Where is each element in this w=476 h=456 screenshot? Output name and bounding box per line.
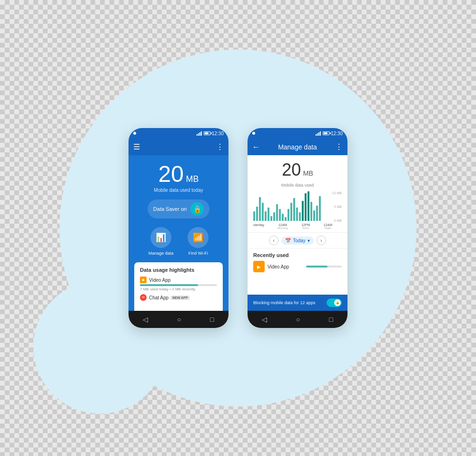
- phone2-body: 20 MB Mobile data used: [248, 155, 347, 311]
- back-icon[interactable]: ←: [252, 143, 260, 151]
- calendar-icon: 📅: [285, 238, 291, 243]
- status-bar-2: 12:30: [248, 128, 347, 139]
- status-time-1: 12:30: [212, 131, 224, 136]
- card-title: Data usage highlights: [140, 267, 217, 273]
- data-saver-button[interactable]: Data Saver on 🔒: [148, 199, 209, 218]
- data-number: 20: [159, 161, 184, 187]
- phone-2: 12:30 ← Manage data ⋮ 20 MB Mobile data …: [248, 128, 347, 328]
- chart-data-number: 20: [282, 160, 301, 179]
- data-usage-display: 20 MB: [159, 163, 199, 186]
- chat-app-item: ✉ Chat App NEW APP: [140, 294, 217, 301]
- new-badge: NEW APP: [171, 296, 189, 300]
- app-header-2: ← Manage data ⋮: [248, 139, 347, 155]
- status-time-2: 12:30: [331, 131, 343, 136]
- prev-date-button[interactable]: ‹: [269, 236, 278, 245]
- y-label-10mb: 10 MB: [332, 191, 342, 195]
- video-app-stats: 7 MB used today • 2 MB recently: [140, 287, 217, 291]
- recently-used-video-name: Video App: [268, 264, 303, 269]
- scene: 12:30 ☰ ⋮ 20 MB Mobile data used today D…: [24, 14, 452, 442]
- phone1-main-content: 20 MB Mobile data used today Data Saver …: [129, 155, 228, 311]
- data-label: Mobile data used today: [154, 188, 203, 193]
- status-bar-1: 12:30: [129, 128, 228, 139]
- manage-data-icon: 📊: [156, 232, 166, 243]
- recent-nav-button-2[interactable]: □: [329, 316, 333, 323]
- chart-x-labels: sterday 12AM Morning 12PM Noon: [253, 223, 332, 229]
- bottom-nav-1: ◁ ○ □: [129, 311, 228, 328]
- more-menu-icon[interactable]: ⋮: [216, 142, 224, 151]
- chart-data-display: 20 MB: [253, 160, 342, 180]
- data-unit: MB: [186, 174, 198, 184]
- toggle-lock-icon: 🔒: [334, 299, 341, 306]
- carrier-dot-icon-2: [252, 132, 255, 135]
- action-buttons: 📊 Manage data 📶 Find Wi-Fi: [149, 227, 209, 256]
- x-label-12pm: 12PM: [301, 223, 310, 227]
- data-saver-text: Data Saver on: [153, 206, 187, 212]
- home-nav-button[interactable]: ○: [177, 316, 181, 323]
- find-wifi-button[interactable]: 📶 Find Wi-Fi: [188, 227, 208, 256]
- video-app-name: Video App: [149, 278, 170, 283]
- carrier-dot-icon: [133, 132, 136, 135]
- x-label-night: Night: [324, 227, 332, 229]
- blocking-text: Blocking mobile data for 12 apps: [253, 300, 316, 305]
- lock-icon: 🔒: [193, 205, 201, 213]
- chart-data-label: Mobile data used: [253, 183, 342, 188]
- usage-bar-chart: 10 MB 5 MB 0 MB sterday 12AM Morning: [253, 191, 342, 229]
- phone-1: 12:30 ☰ ⋮ 20 MB Mobile data used today D…: [129, 128, 228, 328]
- dropdown-arrow: ▾: [307, 238, 310, 243]
- back-nav-button[interactable]: ◁: [143, 316, 148, 323]
- recently-used-video-icon: ▶: [253, 261, 265, 272]
- date-label: Today: [293, 238, 306, 243]
- recently-used-title: Recently used: [253, 252, 342, 258]
- x-label-morning: Morning: [278, 227, 288, 229]
- manage-data-label: Manage data: [149, 251, 174, 256]
- find-wifi-label: Find Wi-Fi: [188, 251, 208, 256]
- phones-container: 12:30 ☰ ⋮ 20 MB Mobile data used today D…: [129, 128, 347, 328]
- video-app-icon: ▶: [140, 277, 147, 283]
- home-nav-button-2[interactable]: ○: [296, 316, 300, 323]
- status-icons-1: 12:30: [197, 131, 224, 136]
- chat-app-name: Chat App: [149, 295, 169, 300]
- recent-nav-button[interactable]: □: [210, 316, 214, 323]
- chart-y-labels: 10 MB 5 MB 0 MB: [332, 191, 342, 222]
- battery-icon-2: [323, 131, 329, 135]
- page-title: Manage data: [278, 143, 317, 151]
- chart-section: 20 MB Mobile data used: [248, 155, 347, 232]
- wifi-icon: 📶: [193, 232, 203, 243]
- recently-used-section: Recently used ▶ Video App: [248, 248, 347, 295]
- lock-circle: 🔒: [190, 202, 204, 216]
- hamburger-icon[interactable]: ☰: [133, 142, 140, 151]
- next-date-button[interactable]: ›: [317, 236, 326, 245]
- signal-icon-2: [316, 131, 321, 136]
- more-icon-2[interactable]: ⋮: [335, 142, 343, 151]
- blocking-banner: Blocking mobile data for 12 apps 🔒: [248, 295, 347, 311]
- x-label-12am-night: 12AM: [324, 223, 332, 227]
- chart-data-unit: MB: [303, 169, 313, 177]
- x-label-12am: 12AM: [278, 223, 288, 227]
- recently-used-item: ▶ Video App: [253, 261, 342, 272]
- x-label-noon: Noon: [301, 227, 310, 229]
- date-navigation: ‹ 📅 Today ▾ ›: [248, 232, 347, 248]
- video-app-bar: [140, 284, 198, 286]
- bottom-nav-2: ◁ ○ □: [248, 311, 347, 328]
- signal-icon: [197, 131, 202, 136]
- y-label-5mb: 5 MB: [332, 205, 342, 208]
- status-icons-2: 12:30: [316, 131, 343, 136]
- y-label-0mb: 0 MB: [332, 219, 342, 222]
- manage-data-button[interactable]: 📊 Manage data: [149, 227, 174, 256]
- chat-app-icon: ✉: [140, 294, 147, 301]
- toggle-lock-button[interactable]: 🔒: [327, 298, 342, 307]
- date-pill[interactable]: 📅 Today ▾: [281, 237, 314, 245]
- data-usage-card: Data usage highlights ▶ Video App 7 MB u…: [134, 262, 223, 311]
- x-label-yesterday: sterday: [253, 223, 264, 227]
- video-app-item: ▶ Video App 7 MB used today • 2 MB recen…: [140, 277, 217, 291]
- battery-icon: [204, 131, 210, 135]
- app-header-1: ☰ ⋮: [129, 139, 228, 155]
- recently-used-bar: [306, 266, 327, 268]
- back-nav-button-2[interactable]: ◁: [262, 316, 267, 323]
